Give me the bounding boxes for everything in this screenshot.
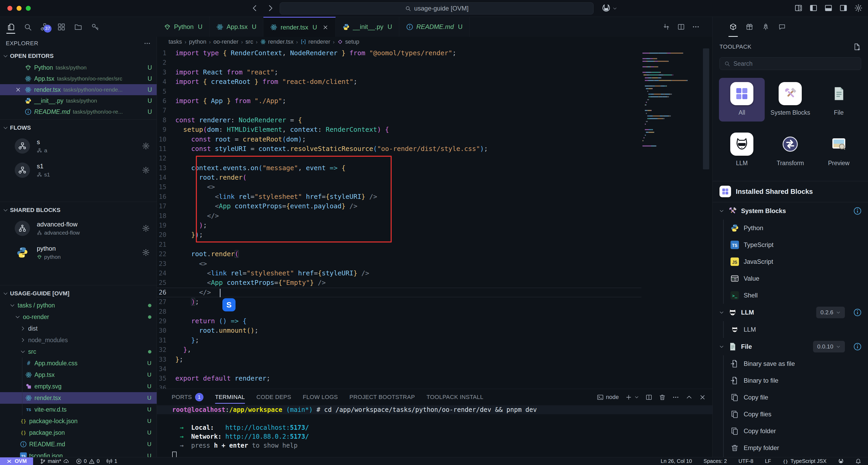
- version-select[interactable]: 0.2.6: [816, 307, 845, 318]
- kill-terminal-button[interactable]: [659, 394, 666, 401]
- shared-block-group-llm[interactable]: LLM0.2.6: [713, 304, 868, 321]
- breadcrumb-item-src[interactable]: src: [246, 38, 253, 45]
- activity-secrets-button[interactable]: [89, 20, 101, 34]
- close-panel-button[interactable]: [699, 394, 706, 401]
- open-editor-__init__-py[interactable]: __init__.pytasks/pythonU: [0, 95, 157, 106]
- toolpack-category-all[interactable]: All: [719, 78, 765, 121]
- assistant-menu[interactable]: [601, 4, 617, 13]
- code-line-3[interactable]: 3import React from "react";: [157, 67, 712, 77]
- split-editor-button[interactable]: [677, 23, 685, 31]
- tree-item-oo-render[interactable]: oo-render: [0, 311, 157, 323]
- code-line-10[interactable]: 10 const root = createRoot(dom);: [157, 135, 712, 144]
- breadcrumb-item-oo-render[interactable]: oo-render: [213, 38, 239, 45]
- block-item-typescript[interactable]: TSTypeScript: [724, 236, 868, 253]
- panel-tab-flow-logs[interactable]: FLOW LOGS: [303, 389, 338, 405]
- block-item-value[interactable]: Value: [724, 270, 868, 287]
- breadcrumb-item-setup[interactable]: setup: [337, 38, 359, 45]
- activity-search-button[interactable]: [22, 20, 34, 34]
- activity-explorer-button[interactable]: [5, 20, 17, 34]
- shared-block-python[interactable]: pythonpython: [0, 240, 157, 265]
- chevron-down-icon[interactable]: [719, 310, 724, 315]
- marketplace-tab[interactable]: [744, 17, 755, 37]
- code-line-11[interactable]: 11 const styleURI = context.resolveStati…: [157, 144, 712, 154]
- code-line-9[interactable]: 9 setup(dom: HTMLDivElement, context: Re…: [157, 125, 712, 135]
- terminal-output[interactable]: root@localhost:/app/workspace (main*) # …: [157, 405, 712, 457]
- breadcrumb-item-python[interactable]: python: [189, 38, 206, 45]
- activity-flows-button[interactable]: 37: [38, 20, 51, 34]
- code-line-6[interactable]: 6import { App } from "./App";: [157, 96, 712, 106]
- indentation-status[interactable]: Spaces: 2: [704, 458, 727, 464]
- toolpack-category-system-blocks[interactable]: System Blocks: [767, 78, 813, 121]
- breadcrumb-item-render-tsx[interactable]: render.tsx: [260, 38, 293, 45]
- code-line-30[interactable]: 30 root.unmount();: [157, 326, 712, 335]
- tab-__init__-py[interactable]: __init__.pyU: [336, 17, 399, 37]
- terminal-dropdown-button[interactable]: [634, 395, 639, 400]
- version-select[interactable]: 0.0.10: [813, 341, 845, 352]
- breadcrumb-item-tasks[interactable]: tasks: [168, 38, 182, 45]
- encoding-status[interactable]: UTF-8: [738, 458, 753, 464]
- info-icon[interactable]: [853, 207, 862, 215]
- minimize-window-button[interactable]: [17, 6, 22, 11]
- open-editors-header[interactable]: OPEN EDITORS: [0, 50, 157, 62]
- tree-item-readme-md[interactable]: README.mdU: [0, 438, 157, 450]
- code-line-28[interactable]: 28: [157, 307, 712, 316]
- code-editor[interactable]: 1import type { RenderContext, NodeRender…: [157, 47, 712, 389]
- toolpack-tab[interactable]: [728, 17, 738, 37]
- open-editor-app-tsx[interactable]: App.tsxtasks/python/oo-render/srcU: [0, 73, 157, 84]
- code-line-24[interactable]: 24 <link rel="stylesheet" href={styleURI…: [157, 268, 712, 278]
- command-center-search[interactable]: usage-guide [OVM]: [280, 2, 594, 14]
- tab-python[interactable]: PythonU: [157, 17, 210, 37]
- more-actions-button[interactable]: [692, 23, 700, 31]
- history-forward-button[interactable]: [266, 4, 275, 12]
- tree-item-dist[interactable]: dist: [0, 323, 157, 334]
- toggle-right-panel-button[interactable]: [839, 4, 848, 12]
- breadcrumb-item-renderer[interactable]: renderer: [301, 38, 330, 45]
- code-line-27[interactable]: 27 );: [157, 297, 712, 307]
- toolpack-search[interactable]: [719, 57, 861, 70]
- inline-extension-badge[interactable]: S: [222, 298, 236, 311]
- toggle-sidebar-button[interactable]: [809, 4, 818, 12]
- block-item-javascript[interactable]: JSJavaScript: [724, 253, 868, 270]
- shared-block-group-system-blocks[interactable]: System Blocks: [713, 202, 868, 220]
- tab-render-tsx[interactable]: render.tsxU: [264, 17, 336, 37]
- block-item-shell[interactable]: >_Shell: [724, 287, 868, 304]
- new-terminal-button[interactable]: [625, 394, 632, 401]
- close-icon[interactable]: [14, 87, 22, 93]
- cursor-position-status[interactable]: Ln 26, Col 10: [660, 458, 692, 464]
- split-terminal-button[interactable]: [645, 394, 652, 401]
- code-line-5[interactable]: 5: [157, 87, 712, 96]
- notifications-status[interactable]: [856, 459, 861, 464]
- toolpack-category-transform[interactable]: Transform: [767, 128, 813, 172]
- code-line-23[interactable]: 23 <>: [157, 259, 712, 268]
- code-line-22[interactable]: 22 root.render(: [157, 249, 712, 259]
- code-line-34[interactable]: 34: [157, 364, 712, 374]
- info-icon[interactable]: [853, 308, 862, 317]
- assistant-status[interactable]: [838, 459, 844, 464]
- new-toolpack-button[interactable]: [853, 42, 861, 51]
- workspace-tree-header[interactable]: USAGE-GUIDE [OVM]: [0, 288, 157, 299]
- close-icon[interactable]: [322, 24, 329, 30]
- tree-item-tasks-python[interactable]: tasks / python: [0, 299, 157, 311]
- code-line-2[interactable]: 2: [157, 58, 712, 67]
- block-item-binary-save-as-file[interactable]: Binary save as file: [724, 355, 868, 372]
- git-branch-status[interactable]: main*: [40, 458, 69, 464]
- block-item-binary-to-file[interactable]: Binary to file: [724, 372, 868, 389]
- toolpack-category-preview[interactable]: Preview: [816, 128, 862, 172]
- history-back-button[interactable]: [250, 4, 259, 12]
- code-line-35[interactable]: 35export default renderer;: [157, 374, 712, 383]
- maximize-panel-button[interactable]: [686, 394, 693, 401]
- tree-item-tsconfig-json[interactable]: TStsconfig.jsonU: [0, 450, 157, 457]
- panel-tab-code-deps[interactable]: CODE DEPS: [256, 389, 291, 405]
- open-changes-button[interactable]: [662, 23, 670, 31]
- toolpack-category-llm[interactable]: LLM: [719, 128, 765, 172]
- flows-header[interactable]: FLOWS: [0, 122, 157, 134]
- activity-blocks-button[interactable]: [55, 20, 67, 34]
- toolpack-search-input[interactable]: [734, 60, 857, 67]
- maximize-window-button[interactable]: [26, 6, 31, 11]
- chevron-down-icon[interactable]: [719, 344, 724, 349]
- tree-item-node_modules[interactable]: node_modules: [0, 334, 157, 346]
- panel-tab-terminal[interactable]: TERMINAL: [215, 389, 245, 405]
- ports-status[interactable]: 1: [106, 458, 117, 464]
- code-line-26[interactable]: 26 </>: [157, 288, 712, 297]
- tree-item-vite-env-d-ts[interactable]: TSvite-env.d.tsU: [0, 404, 157, 415]
